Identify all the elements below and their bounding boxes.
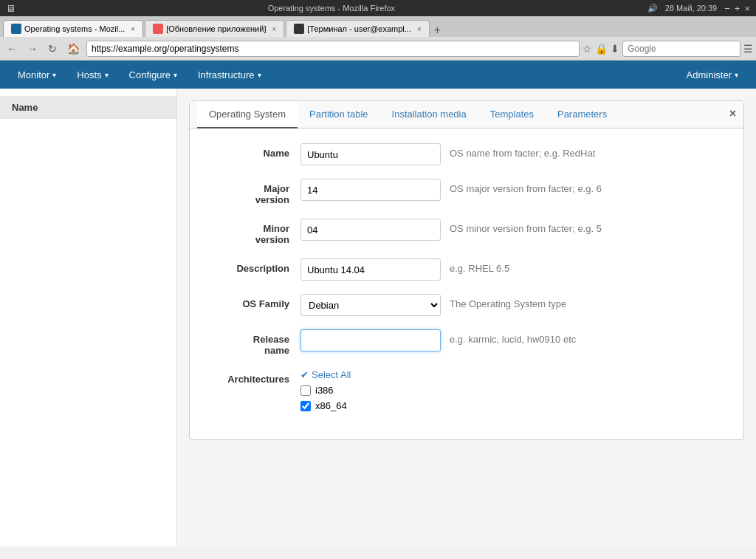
url-input[interactable] — [86, 41, 580, 57]
sidebar-name-item[interactable]: Name — [0, 96, 176, 119]
back-button[interactable]: ← — [3, 41, 21, 56]
browser-tab-bar: Operating systems - Mozil... × [Обновлен… — [0, 16, 756, 37]
menu-configure-arrow: ▾ — [173, 71, 177, 79]
release-name-hint: e.g. karmic, lucid, hw0910 etc — [450, 329, 576, 345]
menu-configure-label: Configure — [129, 69, 171, 80]
reload-button[interactable]: ↻ — [44, 41, 61, 56]
menu-infrastructure-arrow: ▾ — [258, 71, 261, 79]
release-name-row: Releasename e.g. karmic, lucid, hw0910 e… — [212, 329, 721, 356]
description-label: Description — [212, 258, 300, 274]
release-name-input[interactable] — [300, 329, 441, 351]
tab-parameters[interactable]: Parameters — [546, 101, 619, 128]
home-button[interactable]: 🏠 — [63, 41, 83, 56]
arch-x86_64-checkbox[interactable] — [300, 401, 311, 411]
tab-templates-label: Templates — [490, 109, 534, 120]
major-version-hint: OS major version from facter; e.g. 6 — [450, 179, 602, 194]
datetime: 28 Май, 20:39 — [665, 4, 717, 13]
arch-i386-label: i386 — [315, 385, 334, 396]
name-row: Name OS name from facter; e.g. RedHat — [212, 143, 721, 165]
tab-os-label: Operating System — [209, 109, 286, 120]
tab-operating-system[interactable]: Operating System — [197, 101, 298, 128]
menu-hosts-label: Hosts — [77, 69, 101, 80]
tab-terminal[interactable]: [Терминал - user@exampl... × — [286, 20, 430, 37]
address-bar: ← → ↻ 🏠 ☆ 🔒 ⬇ ☰ — [0, 37, 756, 61]
tab-partition-table[interactable]: Partition table — [298, 101, 380, 128]
sidebar: Name — [0, 89, 177, 546]
release-name-field: e.g. karmic, lucid, hw0910 etc — [300, 329, 576, 351]
minor-version-field: OS minor version from facter; e.g. 5 — [300, 219, 602, 241]
new-tab-button[interactable]: + — [431, 24, 444, 37]
title-bar-left: 🖥 — [6, 3, 16, 14]
architectures-list: ✔ Select All i386 x86_64 — [300, 369, 351, 411]
tab-favicon-update — [153, 24, 163, 34]
minor-version-hint: OS minor version from facter; e.g. 5 — [450, 219, 602, 234]
menu-monitor[interactable]: Monitor ▾ — [7, 64, 66, 86]
menu-configure[interactable]: Configure ▾ — [119, 64, 188, 86]
tab-parameters-label: Parameters — [557, 109, 607, 120]
bookmark-icon[interactable]: ☆ — [583, 43, 592, 55]
tab-favicon-terminal — [294, 24, 304, 34]
os-family-label: OS Family — [212, 294, 300, 309]
menu-icon[interactable]: ☰ — [743, 43, 753, 55]
major-version-input[interactable] — [300, 179, 441, 201]
name-hint: OS name from facter; e.g. RedHat — [450, 143, 595, 159]
tab-close-os[interactable]: × — [131, 25, 135, 33]
major-version-label: Majorversion — [212, 179, 300, 205]
forward-button[interactable]: → — [24, 41, 41, 56]
window-controls[interactable]: − + × — [724, 3, 750, 14]
tab-templates[interactable]: Templates — [478, 101, 546, 128]
search-input[interactable] — [622, 41, 740, 57]
menu-administer[interactable]: Administer ▾ — [676, 64, 749, 86]
tab-close-update[interactable]: × — [272, 25, 276, 33]
description-field: e.g. RHEL 6.5 — [300, 258, 509, 281]
tab-label-update: [Обновление приложений] — [166, 24, 266, 33]
tab-close-terminal[interactable]: × — [417, 25, 422, 33]
close-button[interactable]: × — [744, 3, 750, 14]
form-panel: × Operating System Partition table Insta… — [189, 100, 744, 440]
menu-administer-label: Administer — [687, 69, 732, 80]
tab-update[interactable]: [Обновление приложений] × — [145, 20, 284, 37]
name-field: OS name from facter; e.g. RedHat — [300, 143, 595, 165]
menu-administer-arrow: ▾ — [735, 71, 738, 79]
minimize-button[interactable]: − — [724, 3, 730, 14]
os-family-select[interactable]: Debian RedHat SUSE Windows Ubuntu — [300, 294, 441, 316]
menu-infrastructure-label: Infrastructure — [198, 69, 255, 80]
description-input[interactable] — [300, 258, 441, 281]
menu-monitor-label: Monitor — [18, 69, 49, 80]
tab-favicon-os — [11, 24, 21, 34]
architectures-field: ✔ Select All i386 x86_64 — [300, 369, 351, 411]
menu-hosts-arrow: ▾ — [105, 71, 109, 79]
menu-hosts[interactable]: Hosts ▾ — [66, 64, 118, 86]
tab-installation-media[interactable]: Installation media — [380, 101, 478, 128]
form-tabs: Operating System Partition table Install… — [190, 101, 743, 128]
description-hint: e.g. RHEL 6.5 — [450, 258, 509, 274]
select-all-icon: ✔ — [300, 369, 309, 380]
title-bar: 🖥 Operating systems - Mozilla Firefox 🔊 … — [0, 0, 756, 16]
os-family-row: OS Family Debian RedHat SUSE Windows Ubu… — [212, 294, 721, 316]
download-icon[interactable]: ⬇ — [611, 43, 619, 55]
form-close-button[interactable]: × — [729, 107, 736, 120]
page-layout: Name × Operating System Partition table … — [0, 89, 756, 546]
nav-menu: Monitor ▾ Hosts ▾ Configure ▾ Infrastruc… — [0, 61, 756, 89]
tab-operating-systems[interactable]: Operating systems - Mozil... × — [3, 20, 143, 37]
os-icon: 🖥 — [6, 3, 16, 14]
os-family-hint: The Operating System type — [450, 294, 566, 309]
arch-i386-checkbox[interactable] — [300, 385, 311, 396]
certificate-icon: 🔒 — [595, 43, 608, 55]
name-label: Name — [212, 143, 300, 159]
name-input[interactable] — [300, 143, 441, 165]
architectures-label: Architectures — [212, 369, 300, 385]
major-version-field: OS major version from facter; e.g. 6 — [300, 179, 602, 201]
os-family-field: Debian RedHat SUSE Windows Ubuntu The Op… — [300, 294, 566, 316]
architectures-row: Architectures ✔ Select All i386 — [212, 369, 721, 411]
menu-infrastructure[interactable]: Infrastructure ▾ — [188, 64, 272, 86]
sidebar-name-label: Name — [12, 102, 38, 113]
select-all-link[interactable]: ✔ Select All — [300, 369, 351, 380]
title-bar-right: 🔊 28 Май, 20:39 − + × — [647, 3, 750, 14]
minor-version-label: Minorversion — [212, 219, 300, 245]
minor-version-input[interactable] — [300, 219, 441, 241]
restore-button[interactable]: + — [735, 3, 740, 14]
tab-label-os: Operating systems - Mozil... — [24, 24, 125, 33]
major-version-row: Majorversion OS major version from facte… — [212, 179, 721, 205]
main-content: × Operating System Partition table Insta… — [177, 89, 756, 546]
